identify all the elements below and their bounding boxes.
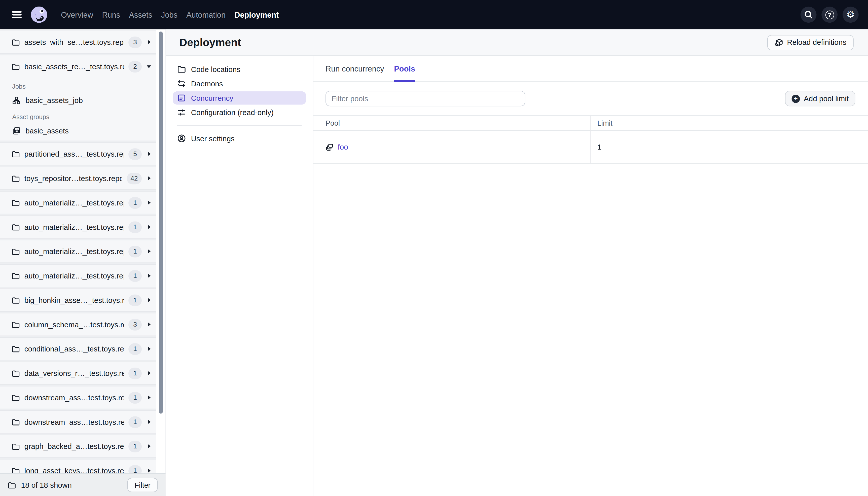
repo-name: column_schema_…test.toys.rep — [25, 320, 124, 329]
repo-count-badge: 3 — [128, 319, 142, 330]
repo-row[interactable]: downstream_ass…test.toys.rep 1 — [0, 386, 156, 409]
asset-group-name: basic_assets — [26, 126, 69, 135]
expand-caret-button[interactable] — [142, 420, 156, 424]
repo-row[interactable]: basic_assets_re…_test.toys.rep 2 — [0, 56, 156, 78]
user-icon — [177, 134, 186, 143]
expand-caret-button[interactable] — [142, 274, 156, 278]
page-title: Deployment — [179, 36, 241, 49]
tab-run-concurrency[interactable]: Run concurrency — [326, 56, 384, 81]
nav-item-concurrency[interactable]: Concurrency — [173, 91, 306, 105]
repo-row[interactable]: conditional_ass…_test.toys.repo 1 — [0, 338, 156, 360]
concurrency-tab-area: Run concurrency Pools + Add pool limit P… — [313, 56, 868, 496]
reload-definitions-button[interactable]: Reload definitions — [767, 34, 854, 50]
settings-button[interactable]: ⚙ — [842, 6, 859, 23]
nav-item-code-locations[interactable]: Code locations — [173, 62, 306, 76]
nav-item-assets[interactable]: Assets — [129, 10, 152, 19]
pools-table-header: Pool Limit — [313, 116, 868, 131]
repo-row[interactable]: graph_backed_a…test.toys.repo 1 — [0, 435, 156, 457]
repo-name: big_honkin_asse…_test.toys.rep — [25, 296, 124, 304]
repo-name: assets_with_se…test.toys.repo — [25, 38, 124, 46]
nav-item-user-settings[interactable]: User settings — [173, 132, 306, 145]
nav-item-automation[interactable]: Automation — [186, 10, 225, 19]
expand-caret-button[interactable] — [142, 200, 156, 205]
caret-right-icon — [147, 420, 150, 424]
expand-caret-button[interactable] — [142, 371, 156, 375]
repo-count-badge: 3 — [128, 36, 142, 48]
repo-row[interactable]: long_asset_keys…test.toys.rep 1 — [0, 460, 156, 473]
nav-divider — [177, 125, 302, 126]
tab-pools[interactable]: Pools — [394, 56, 415, 81]
plus-circle-icon: + — [791, 94, 800, 103]
repo-section: auto_materializ…_test.toys.repo 1 — [0, 191, 156, 214]
repo-row[interactable]: partitioned_ass…_test.toys.rep 5 — [0, 143, 156, 165]
repo-row[interactable]: toys_repositor…test.toys.repo 42 — [0, 167, 156, 189]
repo-name: auto_materializ…_test.toys.repo — [25, 198, 124, 207]
repo-count-badge: 1 — [128, 221, 142, 233]
nav-item-overview[interactable]: Overview — [61, 10, 93, 19]
sidebar-item-asset-group[interactable]: basic_assets — [12, 125, 156, 136]
repo-name: conditional_ass…_test.toys.repo — [25, 345, 124, 353]
search-button[interactable] — [801, 6, 817, 23]
nav-item-jobs[interactable]: Jobs — [161, 10, 177, 19]
repo-row[interactable]: assets_with_se…test.toys.repo 3 — [0, 31, 156, 53]
repo-section: toys_repositor…test.toys.repo 42 — [0, 167, 156, 190]
asset-group-icon — [12, 126, 20, 135]
folder-icon — [12, 272, 20, 280]
expand-caret-button[interactable] — [142, 249, 156, 254]
expand-caret-button[interactable] — [142, 176, 156, 181]
folder-icon — [12, 198, 20, 207]
pools-table: Pool Limit foo 1 — [313, 115, 868, 164]
sidebar-item-job[interactable]: basic_assets_job — [12, 95, 156, 106]
repo-row[interactable]: auto_materializ…_test.toys.repo 1 — [0, 191, 156, 214]
filter-pools-input[interactable] — [326, 91, 525, 107]
folder-icon — [12, 223, 20, 231]
folder-icon — [12, 393, 20, 402]
repo-row[interactable]: downstream_ass…test.toys.rep 1 — [0, 411, 156, 433]
repo-section: long_asset_keys…test.toys.rep 1 — [0, 459, 156, 473]
sidebar-filter-button[interactable]: Filter — [127, 478, 158, 492]
expand-caret-button[interactable] — [142, 152, 156, 156]
repo-row[interactable]: auto_materializ…_test.toys.repo 1 — [0, 216, 156, 238]
repo-count-badge: 1 — [128, 270, 142, 281]
repo-row[interactable]: auto_materializ…_test.toys.repo 1 — [0, 265, 156, 287]
asset-groups-section-header: Asset groups — [12, 112, 156, 121]
dagster-app: Overview Runs Assets Jobs Automation Dep… — [0, 0, 868, 496]
repo-row[interactable]: column_schema_…test.toys.rep 3 — [0, 313, 156, 336]
repo-row[interactable]: auto_materializ…_test.toys.repo 1 — [0, 240, 156, 262]
nav-item-configuration[interactable]: Configuration (read-only) — [173, 106, 306, 119]
expand-caret-button[interactable] — [142, 347, 156, 351]
caret-right-icon — [147, 347, 150, 351]
caret-right-icon — [147, 225, 150, 229]
sidebar-footer: 18 of 18 shown Filter — [0, 473, 165, 496]
repo-section: downstream_ass…test.toys.rep 1 — [0, 410, 156, 433]
collapse-caret-button[interactable] — [142, 65, 156, 68]
expand-caret-button[interactable] — [142, 298, 156, 303]
expand-caret-button[interactable] — [142, 40, 156, 44]
sidebar-scrollbar-thumb[interactable] — [159, 31, 163, 414]
nav-label: User settings — [191, 134, 235, 142]
repo-name: toys_repositor…test.toys.repo — [25, 174, 122, 183]
expand-caret-button[interactable] — [142, 444, 156, 449]
job-icon — [12, 96, 20, 105]
caret-right-icon — [147, 322, 150, 327]
pool-link[interactable]: foo — [337, 143, 348, 151]
repo-count-badge: 1 — [128, 246, 142, 257]
nav-item-deployment[interactable]: Deployment — [234, 10, 279, 19]
add-pool-limit-button[interactable]: + Add pool limit — [785, 91, 855, 107]
expand-caret-button[interactable] — [142, 468, 156, 473]
main-nav: Overview Runs Assets Jobs Automation Dep… — [61, 10, 279, 19]
repo-row[interactable]: big_honkin_asse…_test.toys.rep 1 — [0, 289, 156, 311]
expand-caret-button[interactable] — [142, 322, 156, 327]
repo-section: data_versions_r…_test.toys.rep 1 — [0, 361, 156, 385]
dagster-logo-icon[interactable] — [30, 6, 48, 23]
repo-count-badge: 42 — [127, 172, 142, 184]
repo-section: conditional_ass…_test.toys.repo 1 — [0, 337, 156, 360]
help-button[interactable]: ? — [821, 6, 838, 23]
nav-item-daemons[interactable]: Daemons — [173, 77, 306, 90]
expand-caret-button[interactable] — [142, 225, 156, 229]
nav-item-runs[interactable]: Runs — [102, 10, 120, 19]
folder-icon — [12, 174, 20, 183]
hamburger-menu-icon[interactable] — [12, 11, 21, 18]
repo-row[interactable]: data_versions_r…_test.toys.rep 1 — [0, 362, 156, 384]
expand-caret-button[interactable] — [142, 395, 156, 400]
